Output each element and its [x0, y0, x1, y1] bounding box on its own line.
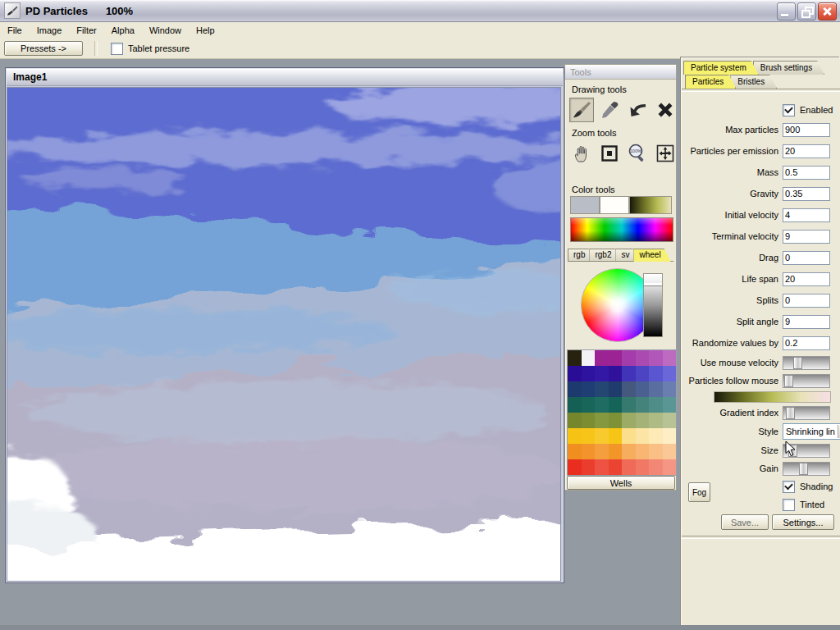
canvas-titlebar[interactable]: Image1	[7, 69, 563, 86]
color-well-3-7[interactable]	[663, 397, 677, 413]
gradient-swatch[interactable]	[629, 196, 672, 214]
fog-button[interactable]: Fog	[688, 482, 710, 502]
gradient-index-slider[interactable]	[783, 406, 830, 420]
color-well-0-6[interactable]	[649, 350, 663, 366]
randomize-values-by-input[interactable]	[783, 336, 830, 350]
secondary-color-swatch[interactable]	[570, 196, 600, 214]
color-well-4-3[interactable]	[609, 413, 623, 428]
tab-particles[interactable]: Particles	[685, 75, 736, 89]
color-well-6-7[interactable]	[663, 444, 677, 459]
color-well-1-4[interactable]	[622, 366, 636, 381]
tablet-pressure-checkbox[interactable]	[111, 43, 123, 55]
color-well-5-7[interactable]	[663, 428, 677, 444]
color-well-0-2[interactable]	[595, 350, 609, 366]
menu-filter[interactable]: Filter	[69, 24, 103, 37]
color-well-3-0[interactable]	[568, 397, 582, 413]
minimize-button[interactable]	[777, 2, 796, 21]
color-well-2-6[interactable]	[649, 381, 663, 397]
color-well-1-1[interactable]	[582, 366, 596, 381]
color-well-3-1[interactable]	[582, 397, 596, 413]
tinted-checkbox[interactable]	[783, 499, 795, 511]
color-well-2-4[interactable]	[622, 381, 636, 397]
color-well-0-4[interactable]	[622, 350, 636, 366]
brush-tool-button[interactable]	[569, 98, 594, 122]
color-well-4-0[interactable]	[568, 413, 582, 428]
style-select[interactable]: Shrinking lin	[783, 423, 840, 440]
save-button[interactable]: Save...	[721, 514, 769, 530]
particles-follow-mouse-slider[interactable]	[783, 374, 830, 388]
color-well-1-0[interactable]	[568, 366, 582, 381]
value-bar[interactable]	[643, 273, 663, 337]
max-particles-input[interactable]	[783, 123, 830, 137]
color-well-0-0[interactable]	[568, 350, 582, 366]
color-well-4-2[interactable]	[595, 413, 609, 428]
settings-button[interactable]: Settings...	[772, 514, 834, 530]
particles-follow-mouse-slider-thumb[interactable]	[784, 375, 793, 387]
color-well-5-2[interactable]	[595, 428, 609, 444]
size-slider[interactable]	[783, 444, 830, 458]
color-well-7-2[interactable]	[595, 459, 609, 475]
color-well-4-6[interactable]	[649, 413, 663, 428]
color-well-6-6[interactable]	[649, 444, 663, 459]
mass-input[interactable]	[783, 166, 830, 180]
gradient-preview[interactable]	[714, 391, 831, 403]
color-well-3-6[interactable]	[649, 397, 663, 413]
restore-button[interactable]	[797, 2, 816, 21]
color-well-7-1[interactable]	[582, 459, 596, 475]
color-well-2-2[interactable]	[595, 381, 609, 397]
color-well-5-4[interactable]	[622, 428, 636, 444]
presets-button[interactable]: Pressets ->	[4, 41, 83, 56]
color-well-5-5[interactable]	[636, 428, 650, 444]
color-well-2-3[interactable]	[609, 381, 623, 397]
tab-bristles[interactable]: Bristles	[730, 75, 777, 89]
tab-brush-settings[interactable]: Brush settings	[753, 61, 824, 75]
color-well-2-1[interactable]	[582, 381, 596, 397]
eyedropper-tool-button[interactable]	[597, 98, 622, 122]
color-well-0-3[interactable]	[609, 350, 623, 366]
menu-help[interactable]: Help	[189, 24, 222, 37]
color-well-6-3[interactable]	[609, 444, 623, 459]
zoom-100-tool-button[interactable]: 100%	[625, 141, 650, 166]
color-well-7-4[interactable]	[622, 459, 636, 475]
color-well-7-6[interactable]	[649, 459, 663, 475]
hue-spectrum-bar[interactable]	[570, 217, 673, 242]
menu-file[interactable]: File	[0, 24, 30, 37]
close-button[interactable]	[818, 2, 837, 21]
pan-tool-button[interactable]	[653, 141, 678, 166]
life-span-input[interactable]	[783, 272, 830, 286]
menu-alpha[interactable]: Alpha	[104, 24, 142, 37]
color-well-4-5[interactable]	[636, 413, 650, 428]
color-well-6-0[interactable]	[568, 444, 582, 459]
wells-button[interactable]: Wells	[567, 476, 675, 490]
color-well-7-7[interactable]	[663, 459, 677, 475]
color-tab-wheel[interactable]: wheel	[633, 249, 670, 262]
canvas-image[interactable]	[7, 88, 561, 582]
color-well-4-1[interactable]	[582, 413, 596, 428]
color-well-7-3[interactable]	[609, 459, 623, 475]
splits-input[interactable]	[783, 294, 830, 308]
initial-velocity-input[interactable]	[783, 208, 830, 222]
gain-slider[interactable]	[783, 462, 830, 476]
color-well-0-7[interactable]	[663, 350, 677, 366]
enabled-checkbox[interactable]	[783, 104, 795, 116]
current-color-swatch[interactable]	[600, 196, 629, 214]
color-well-3-3[interactable]	[609, 397, 623, 413]
color-well-2-7[interactable]	[663, 381, 677, 397]
color-well-7-0[interactable]	[568, 459, 582, 475]
color-well-6-5[interactable]	[636, 444, 650, 459]
use-mouse-velocity-slider[interactable]	[783, 356, 830, 370]
color-well-0-1[interactable]	[582, 350, 596, 366]
color-well-3-2[interactable]	[595, 397, 609, 413]
color-well-7-5[interactable]	[636, 459, 650, 475]
hand-tool-button[interactable]	[569, 141, 594, 166]
color-well-1-3[interactable]	[609, 366, 623, 381]
color-well-1-7[interactable]	[663, 366, 677, 381]
color-well-4-4[interactable]	[622, 413, 636, 428]
undo-arrow-tool-button[interactable]	[625, 98, 650, 122]
color-well-5-1[interactable]	[582, 428, 596, 444]
color-well-5-0[interactable]	[568, 428, 582, 444]
gradient-index-slider-thumb[interactable]	[786, 407, 795, 419]
color-well-2-0[interactable]	[568, 381, 582, 397]
color-well-3-5[interactable]	[636, 397, 650, 413]
color-well-6-4[interactable]	[622, 444, 636, 459]
